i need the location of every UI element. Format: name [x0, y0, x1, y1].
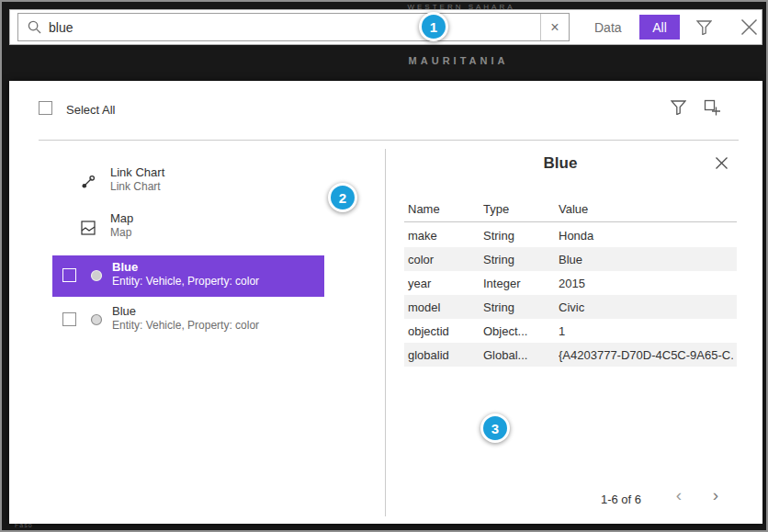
list-detail-divider	[385, 149, 386, 516]
select-all-label: Select All	[66, 103, 115, 117]
search-icon	[28, 20, 41, 34]
pagination-label: 1-6 of 6	[564, 492, 641, 506]
result-title: Map	[110, 211, 133, 225]
column-header-value: Value	[559, 202, 588, 216]
result-subtitle: Entity: Vehicle, Property: color	[112, 319, 259, 332]
add-selection-icon[interactable]	[704, 99, 720, 116]
result-item-map[interactable]: Map Map	[46, 208, 377, 250]
clear-icon: ×	[550, 19, 559, 36]
search-box: ×	[17, 13, 570, 41]
column-header-name: Name	[408, 202, 440, 216]
table-row: objectid Object... 1	[404, 319, 737, 343]
result-title: Blue	[112, 304, 136, 318]
results-filter-icon[interactable]	[671, 100, 686, 115]
table-row: model String Civic	[404, 295, 737, 319]
cell-value: Honda	[559, 229, 733, 243]
cell-name: model	[408, 300, 481, 314]
annotation-badge-3: 3	[480, 413, 510, 443]
entity-dot-icon	[90, 313, 103, 326]
result-item-link-chart[interactable]: Link Chart Link Chart	[46, 162, 377, 204]
result-title: Blue	[112, 260, 138, 274]
column-header-type: Type	[483, 202, 509, 216]
cell-value: Blue	[559, 253, 733, 266]
cell-name: globalid	[408, 348, 481, 362]
entity-dot-icon	[90, 269, 103, 282]
cell-name: color	[408, 253, 481, 266]
next-page-icon[interactable]: ›	[707, 485, 724, 505]
cell-name: year	[408, 277, 481, 290]
annotation-badge-2: 2	[328, 183, 357, 212]
cell-name: make	[408, 229, 481, 243]
filter-icon[interactable]	[696, 20, 712, 35]
select-all-checkbox[interactable]	[39, 101, 52, 115]
cell-name: objectid	[408, 324, 481, 338]
search-results-panel: Select All Link Chart Lin	[9, 81, 762, 524]
cell-value: Civic	[559, 300, 733, 314]
result-subtitle: Map	[110, 226, 131, 239]
link-chart-icon	[81, 175, 96, 189]
search-toolbar: × Data All	[9, 9, 762, 45]
cell-value: 1	[559, 324, 733, 338]
data-segment-label[interactable]: Data	[594, 20, 622, 35]
table-row: globalid Global... {A4203777-D70D-4C5C-9…	[404, 343, 737, 367]
cell-value: {A4203777-D70D-4C5C-9A65-C...	[559, 348, 733, 362]
clear-search-button[interactable]: ×	[540, 14, 569, 40]
all-segment-button[interactable]: All	[639, 15, 680, 40]
cell-type: String	[483, 253, 557, 266]
cell-type: String	[483, 229, 557, 243]
table-row: make String Honda	[404, 223, 737, 247]
result-item-blue[interactable]: Blue Entity: Vehicle, Property: color	[52, 300, 324, 341]
search-input[interactable]	[41, 20, 540, 35]
map-label-mauritania: MAURITANIA	[385, 55, 532, 66]
cell-value: 2015	[559, 277, 733, 290]
result-item-blue-selected[interactable]: Blue Entity: Vehicle, Property: color	[52, 255, 324, 297]
table-row: color String Blue	[404, 247, 737, 271]
detail-title: Blue	[386, 154, 735, 173]
close-search-icon[interactable]	[740, 18, 758, 36]
result-title: Link Chart	[110, 165, 164, 179]
table-header-divider	[404, 221, 737, 222]
cell-type: Global...	[483, 348, 557, 362]
previous-page-icon[interactable]: ‹	[671, 485, 687, 505]
result-checkbox[interactable]	[62, 312, 76, 326]
annotation-badge-1: 1	[419, 12, 448, 41]
result-subtitle: Entity: Vehicle, Property: color	[112, 275, 259, 288]
detail-close-icon[interactable]	[715, 156, 728, 170]
map-icon	[81, 221, 96, 235]
app-window: WESTERN SAHARA MAURITANIA Faso × Data Al…	[0, 0, 768, 532]
cell-type: Object...	[483, 324, 557, 338]
header-divider	[39, 140, 739, 141]
cell-type: Integer	[483, 277, 557, 290]
result-subtitle: Link Chart	[110, 180, 161, 193]
cell-type: String	[483, 300, 557, 314]
table-row: year Integer 2015	[404, 271, 737, 295]
result-checkbox[interactable]	[62, 268, 76, 282]
